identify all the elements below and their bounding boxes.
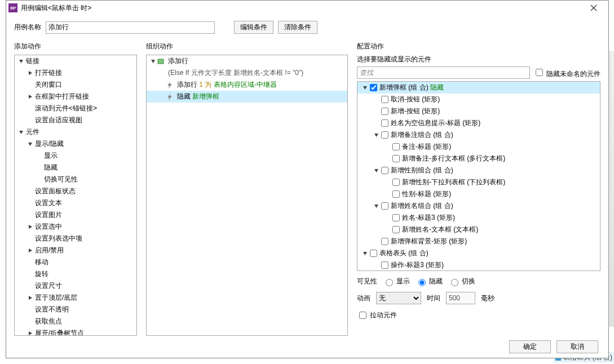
widget-checkbox[interactable] — [381, 238, 388, 245]
action-tree-item[interactable]: 设置图片 — [15, 209, 136, 221]
widget-checkbox[interactable] — [392, 179, 400, 186]
bolt-icon — [166, 81, 174, 89]
widget-tree-item[interactable]: 操作-标题3 (矩形) — [357, 259, 600, 271]
action-tree-item[interactable]: 展开/折叠树节点 — [15, 327, 136, 336]
widget-checkbox[interactable] — [381, 131, 388, 139]
action-tree-item[interactable]: 设置面板状态 — [15, 185, 136, 197]
animation-select[interactable]: 无 — [376, 292, 421, 304]
widget-checkbox[interactable] — [381, 167, 388, 174]
widget-checkbox[interactable] — [392, 190, 400, 198]
hide-unnamed-checkbox[interactable]: 隐藏未命名的元件 — [533, 67, 600, 79]
clear-condition-button[interactable]: 清除条件 — [278, 21, 317, 34]
org-actions-title: 组织动作 — [146, 42, 348, 51]
case-editor-dialog: RP 用例编辑<鼠标单击 时> 用例名称 编辑条件 清除条件 添加动作 链接打开… — [6, 0, 609, 358]
action-tree-item[interactable]: 设置自适应视图 — [15, 114, 136, 126]
widget-tree-item[interactable]: 新增姓名组合 (组 合) — [357, 200, 600, 212]
widget-checkbox[interactable] — [381, 202, 388, 210]
widget-checkbox[interactable] — [392, 214, 400, 221]
visibility-hide-radio[interactable]: 隐藏 — [416, 277, 443, 286]
action-tree-item[interactable]: 设置列表选中项 — [15, 233, 136, 245]
widget-checkbox[interactable] — [370, 250, 377, 257]
action-tree-item[interactable]: 获取焦点 — [15, 316, 136, 327]
widget-checkbox[interactable] — [381, 96, 388, 103]
svg-rect-3 — [158, 59, 164, 64]
widget-checkbox[interactable] — [392, 226, 400, 233]
condition-text: (Else If 元件文字长度 新增姓名-文本框 != "0") — [147, 67, 347, 79]
edit-condition-button[interactable]: 编辑条件 — [234, 21, 273, 34]
action-tree-item[interactable]: 滚动到元件<锚链接> — [15, 103, 136, 114]
widget-checkbox[interactable] — [370, 84, 377, 91]
action-tree-item[interactable]: 链接 — [15, 55, 136, 67]
case-root[interactable]: 添加行 — [147, 55, 347, 67]
widget-tree-item[interactable]: 取消-按钮 (矩形) — [357, 94, 600, 105]
widget-tree-item[interactable]: 新增性别组合 (组 合) — [357, 165, 600, 176]
select-widgets-label: 选择要隐藏或显示的元件 — [357, 55, 600, 64]
ms-label: 毫秒 — [481, 294, 494, 303]
action-tree-item[interactable]: 显示/隐藏 — [15, 138, 136, 150]
action-tree-item[interactable]: 置于顶层/底层 — [15, 292, 136, 304]
case-name-label: 用例名称 — [14, 23, 41, 32]
action-tree-item[interactable]: 显示 — [15, 150, 136, 162]
cancel-button[interactable]: 取消 — [556, 340, 598, 353]
action-tree-item[interactable]: 关闭窗口 — [15, 79, 136, 91]
action-tree-item[interactable]: 旋转 — [15, 268, 136, 280]
widget-tree-item[interactable]: 新增弹框背景-矩形 (矩形) — [357, 236, 600, 247]
action-tree-item[interactable]: 启用/禁用 — [15, 245, 136, 256]
window-title: 用例编辑<鼠标单击 时> — [21, 3, 581, 13]
action-tree-item[interactable]: 移动 — [15, 256, 136, 268]
widget-tree-item[interactable]: 表格表头 (组 合) — [357, 247, 600, 259]
widget-tree-item[interactable]: 新增备注-多行文本框 (多行文本框) — [357, 153, 600, 165]
action-addrow[interactable]: 添加行 1 为 表格内容区域-中继器 — [147, 79, 347, 91]
visibility-show-radio[interactable]: 显示 — [383, 277, 410, 286]
add-actions-panel[interactable]: 链接打开链接关闭窗口在框架中打开链接滚动到元件<锚链接>设置自适应视图元件显示/… — [14, 55, 137, 336]
widget-tree-item[interactable]: 新增备注组合 (组 合) — [357, 129, 600, 141]
bolt-icon — [166, 93, 174, 101]
add-actions-title: 添加动作 — [14, 42, 137, 51]
widget-checkbox[interactable] — [392, 155, 400, 162]
config-actions-title: 配置动作 — [357, 42, 600, 51]
action-tree-item[interactable]: 切换可见性 — [15, 174, 136, 185]
widget-checkbox[interactable] — [381, 108, 388, 115]
action-tree-item[interactable]: 元件 — [15, 126, 136, 138]
action-tree-item[interactable]: 打开链接 — [15, 67, 136, 79]
widget-tree-item[interactable]: 备注-标题 (矩形) — [357, 141, 600, 153]
widget-tree-item[interactable]: 新增姓名-文本框 (文本框) — [357, 224, 600, 236]
widget-checkbox[interactable] — [381, 261, 388, 269]
widgets-tree-panel[interactable]: 新增弹框 (组 合) 隐藏取消-按钮 (矩形)新增-按钮 (矩形)姓名为空信息提… — [357, 81, 600, 271]
action-tree-item[interactable]: 在框架中打开链接 — [15, 91, 136, 103]
org-actions-panel[interactable]: 添加行 (Else If 元件文字长度 新增姓名-文本框 != "0") 添加行… — [146, 55, 348, 336]
widget-tree-item[interactable]: 新增弹框 (组 合) 隐藏 — [357, 82, 600, 94]
visibility-label: 可见性 — [357, 277, 377, 286]
widget-checkbox[interactable] — [381, 119, 388, 127]
app-icon: RP — [8, 3, 17, 12]
time-label: 时间 — [427, 294, 440, 303]
titlebar: RP 用例编辑<鼠标单击 时> — [6, 1, 608, 15]
animation-label: 动画 — [357, 294, 370, 303]
pull-widgets-checkbox[interactable]: 拉动元件 — [357, 310, 397, 321]
ok-button[interactable]: 确定 — [509, 340, 551, 353]
action-tree-item[interactable]: 设置选中 — [15, 221, 136, 233]
widget-tree-item[interactable]: 性别-标题 (矩形) — [357, 188, 600, 200]
visibility-toggle-radio[interactable]: 切换 — [448, 277, 475, 286]
search-input[interactable] — [357, 66, 530, 79]
time-input[interactable] — [446, 292, 475, 304]
action-hide[interactable]: 隐藏 新增弹框 — [147, 91, 347, 103]
action-tree-item[interactable]: 设置尺寸 — [15, 280, 136, 292]
widget-tree-item[interactable]: 姓名为空信息提示-标题 (矩形) — [357, 117, 600, 129]
widget-checkbox[interactable] — [392, 143, 400, 150]
case-icon — [157, 57, 165, 65]
case-name-input[interactable] — [46, 21, 215, 34]
widget-tree-item[interactable]: 新增性别-下拉列表框 (下拉列表框) — [357, 176, 600, 188]
action-tree-item[interactable]: 设置不透明 — [15, 304, 136, 316]
close-button[interactable] — [581, 1, 606, 15]
action-tree-item[interactable]: 隐藏 — [15, 162, 136, 174]
widget-tree-item[interactable]: 姓名-标题3 (矩形) — [357, 212, 600, 224]
widget-tree-item[interactable]: 新增-按钮 (矩形) — [357, 105, 600, 117]
action-tree-item[interactable]: 设置文本 — [15, 197, 136, 209]
